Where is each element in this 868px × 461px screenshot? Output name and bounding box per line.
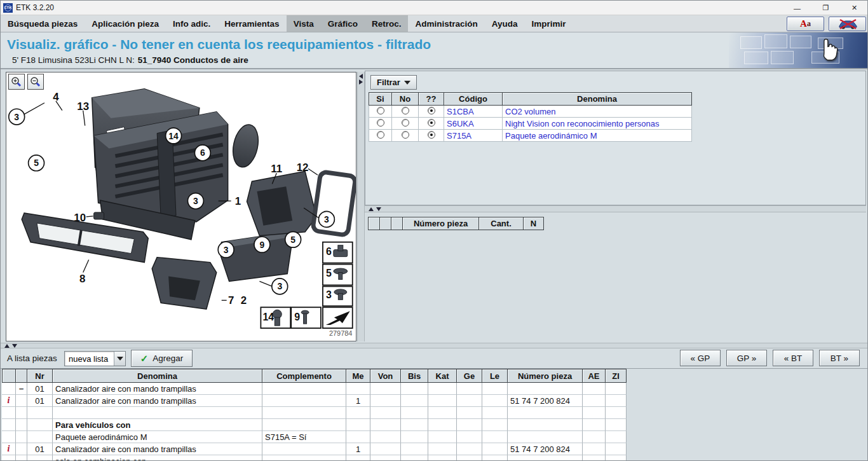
col-blank2	[380, 217, 391, 230]
radio-no-S715A[interactable]	[402, 131, 409, 139]
svg-text:14: 14	[168, 131, 179, 141]
callout-3: 3	[272, 279, 288, 294]
info-icon[interactable]: i	[8, 396, 10, 406]
selection-table: Número pieza Cant. N	[368, 217, 544, 230]
list-dropdown-value: nueva lista	[69, 354, 108, 364]
col-nr: Nr	[27, 369, 53, 383]
parts-list-panel: NrDenominaComplementoMeVonBisKatGeLeNúme…	[1, 368, 868, 460]
cell-complemento	[262, 395, 346, 407]
info-cell: i	[2, 443, 16, 455]
menu-ayuda[interactable]: Ayuda	[485, 15, 525, 32]
nav-button-gp[interactable]: GP »	[726, 350, 767, 366]
cell-zi	[606, 407, 627, 419]
nav-button-gp[interactable]: « GP	[680, 350, 721, 366]
add-button[interactable]: ✓ Agregar	[131, 350, 193, 367]
cell-nr	[27, 431, 53, 443]
zoom-out-icon	[30, 76, 41, 88]
splitter-collapse-arrows[interactable]	[366, 206, 384, 212]
menu-imprimir[interactable]: Imprimir	[524, 15, 573, 32]
dropdown-button[interactable]	[114, 352, 125, 366]
radio-unknown-S715A[interactable]	[428, 131, 435, 139]
cell-von	[370, 419, 401, 431]
filter-code: S1CBA	[444, 106, 503, 118]
maximize-button[interactable]: ❐	[811, 1, 840, 15]
cell-ae	[583, 443, 606, 455]
filter-row-S1CBA[interactable]: S1CBACO2 volumen	[369, 106, 692, 118]
svg-text:6: 6	[200, 148, 205, 158]
font-icon: A	[800, 18, 807, 29]
table-row[interactable]: Paquete aerodinámico MS715A = Sí	[2, 431, 627, 443]
table-row[interactable]: −01Canalizador aire con mando trampillas	[2, 383, 627, 395]
radio-si-S1CBA[interactable]	[377, 107, 384, 114]
radio-no-S6UKA[interactable]	[402, 119, 409, 127]
col-complemento: Complemento	[262, 369, 346, 383]
svg-text:1: 1	[235, 195, 241, 207]
col-von: Von	[370, 369, 401, 383]
right-horizontal-splitter[interactable]	[365, 205, 866, 212]
cell-ge	[457, 455, 482, 460]
font-size-button[interactable]: Aa	[787, 17, 824, 31]
svg-text:5: 5	[290, 235, 295, 245]
table-row[interactable]: Para vehículos con	[2, 419, 627, 431]
cell-zi	[606, 443, 627, 455]
part-12-shape	[313, 172, 356, 235]
cell-nr: 01	[27, 443, 53, 455]
splitter-collapse-arrows[interactable]	[2, 343, 20, 348]
collapse-icon[interactable]: −	[19, 384, 24, 394]
callout-11: 11	[271, 163, 282, 175]
cell-ae	[583, 395, 606, 407]
col-le: Le	[482, 369, 508, 383]
menu-aplicaci-n-pieza[interactable]: Aplicación pieza	[85, 15, 166, 32]
radio-unknown-S6UKA[interactable]	[428, 119, 435, 127]
cell-blank	[16, 431, 27, 443]
hand-cursor-icon	[817, 34, 838, 62]
hide-vehicle-button[interactable]	[829, 17, 866, 31]
vertical-splitter[interactable]	[357, 72, 365, 341]
cell-bis	[401, 431, 428, 443]
filter-row-S6UKA[interactable]: S6UKANight Vision con reconocimiento per…	[369, 118, 692, 130]
filter-row-S715A[interactable]: S715APaquete aerodinámico M	[369, 130, 692, 142]
radio-unknown-S1CBA[interactable]	[428, 107, 435, 114]
list-toolbar: A lista piezas nueva lista ✓ Agregar « G…	[1, 348, 868, 368]
menu-b-squeda-piezas[interactable]: Búsqueda piezas	[1, 15, 85, 32]
table-row[interactable]: i01Canalizador aire con mando trampillas…	[2, 395, 627, 407]
menu-retroc[interactable]: Retroc.	[365, 15, 409, 32]
menu-herramientas[interactable]: Herramientas	[217, 15, 286, 32]
col-numero-pieza: Número pieza	[403, 217, 479, 230]
minimize-button[interactable]: —	[783, 1, 811, 15]
radio-si-S715A[interactable]	[377, 131, 384, 139]
cell-blank	[2, 383, 16, 395]
splitter-collapse-arrows[interactable]	[358, 73, 364, 88]
zoom-out-button[interactable]	[27, 74, 44, 90]
info-icon[interactable]: i	[8, 444, 10, 454]
cell-n-mero-pieza	[508, 383, 583, 395]
svg-text:7: 7	[228, 294, 234, 306]
radio-no-S1CBA[interactable]	[402, 107, 409, 114]
table-row[interactable]	[2, 407, 627, 419]
menu-info-adic[interactable]: Info adic.	[166, 15, 217, 32]
radio-si-S6UKA[interactable]	[377, 119, 384, 127]
cell-blank	[2, 455, 16, 460]
table-row[interactable]: i01Canalizador aire con mando trampillas…	[2, 443, 627, 455]
close-button[interactable]: ✕	[840, 1, 868, 15]
col-ge: Ge	[457, 369, 482, 383]
page-header: Visualiz. gráfico - No tener en cuenta l…	[1, 32, 868, 69]
filter-button[interactable]: Filtrar	[370, 75, 417, 90]
main-horizontal-splitter[interactable]	[1, 343, 868, 348]
menu-vista[interactable]: Vista	[287, 15, 321, 32]
svg-text:3: 3	[14, 112, 19, 122]
menu-administraci-n[interactable]: Administración	[408, 15, 484, 32]
parts-diagram[interactable]: 6 5 3 14 9	[6, 72, 356, 341]
zoom-in-button[interactable]	[8, 74, 25, 90]
table-row[interactable]: solo en combinacion con	[2, 455, 627, 460]
cell-von	[370, 395, 401, 407]
cell-ae	[583, 407, 606, 419]
nav-button-bt[interactable]: « BT	[773, 350, 813, 366]
cell-zi	[606, 383, 627, 395]
nav-button-bt[interactable]: BT »	[819, 350, 860, 366]
title-bar: ETK ETK 3.2.20 — ❐ ✕	[1, 1, 868, 15]
list-dropdown[interactable]: nueva lista	[64, 351, 126, 366]
menu-gr-fico[interactable]: Gráfico	[321, 15, 365, 32]
check-icon: ✓	[140, 353, 149, 364]
cell-blank	[2, 419, 16, 431]
